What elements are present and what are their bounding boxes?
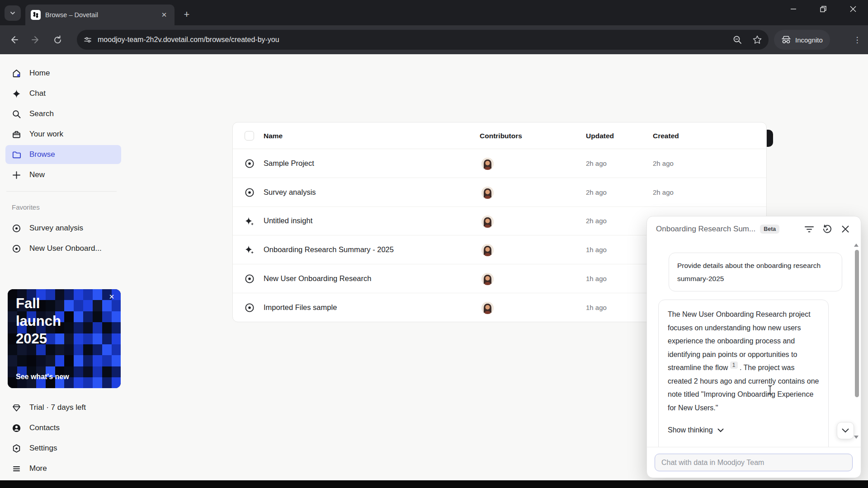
browser-tab[interactable]: Browse – Dovetail ✕ xyxy=(25,5,175,25)
url-bar[interactable]: moodjoy-team-2h2v.dovetail.com/browse/cr… xyxy=(77,30,769,50)
chat-scrollbar[interactable] xyxy=(854,244,859,445)
incognito-badge: Incognito xyxy=(774,30,830,50)
scroll-to-bottom-button[interactable] xyxy=(837,422,854,439)
beta-badge: Beta xyxy=(760,225,779,234)
sparkle-icon xyxy=(12,89,21,99)
new-tab-button[interactable]: + xyxy=(180,8,193,21)
project-icon xyxy=(12,224,21,233)
avatar xyxy=(481,244,494,256)
chat-input[interactable]: Chat with data in Moodjoy Team xyxy=(655,454,853,471)
chevron-down-icon xyxy=(842,428,849,433)
insight-icon xyxy=(244,244,255,255)
row-created: 2h ago xyxy=(653,149,674,178)
sidebar-item-your-work[interactable]: Your work xyxy=(5,125,121,144)
sidebar-item-label: New xyxy=(29,170,45,179)
incognito-icon xyxy=(781,36,791,44)
your-work-icon xyxy=(12,130,21,139)
home-icon xyxy=(12,69,21,78)
back-button[interactable] xyxy=(6,32,22,47)
chat-header: Onboarding Research Sum... Beta xyxy=(647,216,861,242)
row-updated: 2h ago xyxy=(586,178,607,206)
citation-badge[interactable]: 1 xyxy=(730,361,738,369)
sidebar-item-home[interactable]: Home xyxy=(5,64,121,83)
scrollbar-up-arrow[interactable] xyxy=(854,244,859,247)
select-all-checkbox[interactable] xyxy=(245,131,254,141)
settings-icon xyxy=(12,444,21,453)
browser-menu-button[interactable]: ⋮ xyxy=(851,33,863,47)
scrollbar-thumb[interactable] xyxy=(855,250,859,397)
bookmark-star-icon[interactable] xyxy=(752,35,762,45)
fall-launch-banner[interactable]: Fall launch 2025 See what's new ✕ xyxy=(8,289,121,388)
tab-search-button[interactable] xyxy=(5,5,21,21)
insight-icon xyxy=(244,216,255,227)
row-updated: 1h ago xyxy=(586,293,607,322)
assistant-message-text: The New User Onboarding Research project… xyxy=(668,308,819,414)
chat-title: Onboarding Research Sum... xyxy=(656,225,755,234)
scrollbar-down-arrow[interactable] xyxy=(854,436,859,439)
column-header-created[interactable]: Created xyxy=(653,122,679,149)
window-minimize-button[interactable] xyxy=(778,0,808,18)
sidebar-item-chat[interactable]: Chat xyxy=(5,84,121,103)
sidebar-favorite-new-user-onboarding[interactable]: New User Onboard... xyxy=(5,239,121,258)
chat-close-icon[interactable] xyxy=(837,221,854,237)
search-icon xyxy=(12,109,21,119)
window-restore-button[interactable] xyxy=(808,0,838,18)
chevron-down-icon xyxy=(717,428,724,432)
sidebar-item-label: Contacts xyxy=(29,423,60,432)
site-settings-icon[interactable] xyxy=(83,35,92,44)
tab-close-icon[interactable]: ✕ xyxy=(159,10,169,20)
project-icon xyxy=(244,158,255,169)
chat-filter-icon[interactable] xyxy=(801,221,817,237)
text-cursor xyxy=(767,385,773,395)
folder-icon xyxy=(12,150,21,160)
avatar xyxy=(481,158,494,170)
banner-cta-link[interactable]: See what's new xyxy=(16,373,69,381)
project-icon xyxy=(244,273,255,284)
reload-button[interactable] xyxy=(50,32,65,47)
tab-title: Browse – Dovetail xyxy=(45,11,159,19)
user-message: Provide details about the onboarding res… xyxy=(669,253,842,291)
chat-messages: Provide details about the onboarding res… xyxy=(647,242,861,447)
sidebar-item-label: More xyxy=(29,464,47,473)
project-icon xyxy=(244,187,255,198)
sidebar-item-more[interactable]: More xyxy=(5,459,121,478)
avatar xyxy=(481,302,494,314)
dovetail-favicon-icon xyxy=(31,10,41,20)
sidebar-item-browse[interactable]: Browse xyxy=(5,145,121,164)
sidebar-favorite-survey-analysis[interactable]: Survey analysis xyxy=(5,219,121,238)
sidebar-item-contacts[interactable]: Contacts xyxy=(5,418,121,437)
row-name: Survey analysis xyxy=(264,178,316,206)
row-name: Sample Project xyxy=(264,149,314,178)
column-header-updated[interactable]: Updated xyxy=(586,122,614,149)
row-name: New User Onboarding Research xyxy=(264,264,371,293)
banner-title: Fall launch 2025 xyxy=(16,295,61,347)
sidebar: Home Chat Search Your work Browse New Fa… xyxy=(0,54,130,480)
chat-history-icon[interactable] xyxy=(819,221,835,237)
row-name: Imported Files sample xyxy=(264,293,337,322)
forward-button[interactable] xyxy=(28,32,43,47)
gem-icon xyxy=(12,403,21,413)
window-close-button[interactable] xyxy=(838,0,868,18)
project-icon xyxy=(12,244,21,253)
table-row[interactable]: Sample Project 2h ago 2h ago xyxy=(233,149,766,178)
chat-panel: Onboarding Research Sum... Beta Provide … xyxy=(646,216,861,478)
show-thinking-toggle[interactable]: Show thinking xyxy=(668,426,819,434)
column-header-name[interactable]: Name xyxy=(264,122,283,149)
avatar xyxy=(481,216,494,228)
sidebar-item-settings[interactable]: Settings xyxy=(5,439,121,458)
favorites-label: Favorites xyxy=(12,203,40,211)
row-updated: 1h ago xyxy=(586,235,607,264)
plus-icon xyxy=(12,170,21,180)
banner-close-icon[interactable]: ✕ xyxy=(107,293,116,302)
sidebar-item-label: Chat xyxy=(29,89,46,98)
sidebar-item-label: Settings xyxy=(29,444,57,453)
sidebar-item-new[interactable]: New xyxy=(5,165,121,184)
sidebar-item-search[interactable]: Search xyxy=(5,104,121,123)
table-row[interactable]: Survey analysis 2h ago 2h ago xyxy=(233,178,766,207)
column-header-contributors[interactable]: Contributors xyxy=(480,122,522,149)
screen: Browse – Dovetail ✕ + moodjoy-team-2h2v.… xyxy=(0,0,868,488)
browser-toolbar: moodjoy-team-2h2v.dovetail.com/browse/cr… xyxy=(0,25,868,54)
sidebar-item-label: New User Onboard... xyxy=(29,244,102,253)
zoom-indicator-icon[interactable] xyxy=(732,35,742,45)
sidebar-item-trial[interactable]: Trial · 7 days left xyxy=(5,398,121,417)
